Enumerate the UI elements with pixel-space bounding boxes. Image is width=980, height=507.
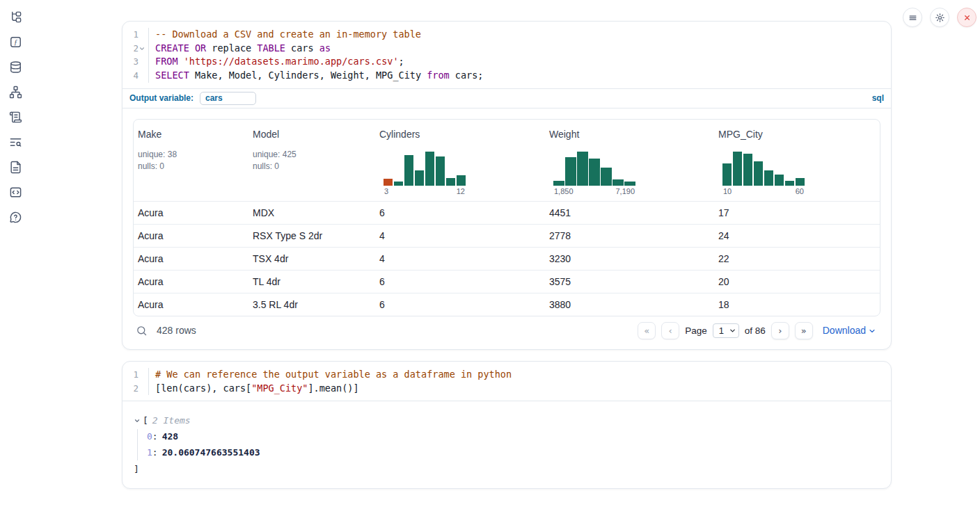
sql-code-editor[interactable]: 1-- Download a CSV and create an in-memo… <box>122 22 891 88</box>
line-gutter: 3 <box>122 55 149 69</box>
table-output-panel: Makeunique: 38nulls: 0Modelunique: 425nu… <box>122 108 891 349</box>
prev-page-button[interactable]: ‹ <box>661 322 679 339</box>
code-text: CREATE OR replace TABLE cars as <box>149 42 331 56</box>
table-cell: 4 <box>375 225 545 247</box>
column-header[interactable]: MPG_City1060 <box>714 120 880 201</box>
histogram-bar[interactable] <box>624 182 635 186</box>
histogram-bar[interactable] <box>415 170 424 186</box>
search-icon[interactable] <box>136 325 148 337</box>
histogram-bar[interactable] <box>743 154 752 186</box>
code-text: # We can reference the output variable a… <box>149 368 512 382</box>
column-header[interactable]: Makeunique: 38nulls: 0 <box>134 120 248 201</box>
column-header[interactable]: Modelunique: 425nulls: 0 <box>248 120 375 201</box>
documentation-icon[interactable] <box>8 160 23 174</box>
code-line: 1# We can reference the output variable … <box>122 368 891 382</box>
settings-button[interactable] <box>930 8 949 27</box>
table-cell: MDX <box>248 202 375 224</box>
table-row[interactable]: Acura3.5 RL 4dr6388018 <box>134 293 880 316</box>
download-button[interactable]: Download <box>823 325 876 336</box>
axis-max-label: 60 <box>796 187 804 195</box>
histogram-bar[interactable] <box>775 175 784 186</box>
histogram-bars <box>384 150 466 186</box>
histogram-bar[interactable] <box>446 178 455 186</box>
code-line: 2CREATE OR replace TABLE cars as <box>122 42 891 56</box>
histogram-bar[interactable] <box>404 155 413 186</box>
help-icon[interactable] <box>8 210 23 224</box>
notebook: 1-- Download a CSV and create an in-memo… <box>122 21 892 489</box>
code-text: [len(cars), cars["MPG_City"].mean()] <box>149 382 359 396</box>
close-icon <box>962 13 972 23</box>
axis-max-label: 7,190 <box>615 187 635 195</box>
tree-entry-key: 1 <box>147 447 152 458</box>
data-table: Makeunique: 38nulls: 0Modelunique: 425nu… <box>133 119 880 316</box>
page-select[interactable]: 1 <box>713 323 739 338</box>
helper-functions-icon[interactable]: ƒ <box>8 35 23 49</box>
histogram-bar[interactable] <box>436 156 445 186</box>
logs-icon[interactable] <box>8 135 23 149</box>
table-cell: 2778 <box>545 225 714 247</box>
python-code-editor[interactable]: 1# We can reference the output variable … <box>122 362 891 401</box>
line-number: 1 <box>133 28 139 42</box>
datasources-icon[interactable] <box>8 60 23 74</box>
table-cell: Acura <box>134 202 248 224</box>
table-row[interactable]: AcuraTL 4dr6357520 <box>134 270 880 293</box>
dependency-graph-icon[interactable] <box>8 85 23 99</box>
histogram-bar[interactable] <box>577 152 588 186</box>
histogram-bar[interactable] <box>457 175 466 186</box>
tree-entry[interactable]: 1:20.060747663551403 <box>147 445 880 461</box>
histogram-bar[interactable] <box>754 161 763 186</box>
tree-entry[interactable]: 0:428 <box>147 429 880 445</box>
histogram-bar[interactable] <box>553 181 564 186</box>
table-cell: 24 <box>714 225 880 247</box>
table-cell: 20 <box>714 271 880 293</box>
histogram-axis: 312 <box>384 187 466 195</box>
column-name: Cylinders <box>379 129 541 140</box>
histogram-bar[interactable] <box>601 168 612 186</box>
histogram-bar[interactable] <box>425 152 434 186</box>
table-row[interactable]: AcuraMDX6445117 <box>134 201 880 224</box>
tree-entry-colon: : <box>152 447 158 458</box>
histogram-bar[interactable] <box>394 182 403 186</box>
code-token: SELECT <box>155 70 189 81</box>
column-name: MPG_City <box>718 129 876 140</box>
fold-chevron-icon[interactable] <box>139 45 146 52</box>
table-cell: 3575 <box>545 271 714 293</box>
histogram-bar[interactable] <box>565 157 576 186</box>
histogram-bars <box>722 150 805 186</box>
scratchpad-icon[interactable] <box>8 110 23 124</box>
table-row[interactable]: AcuraTSX 4dr4323022 <box>134 247 880 270</box>
column-header[interactable]: Weight1,8507,190 <box>545 120 714 201</box>
histogram-bar[interactable] <box>722 163 732 186</box>
menu-button[interactable] <box>903 8 922 27</box>
last-page-button[interactable]: » <box>795 322 813 339</box>
column-name: Weight <box>549 129 710 140</box>
table-cell: 17 <box>714 202 880 224</box>
line-gutter: 2 <box>122 42 149 56</box>
output-variable-input[interactable] <box>200 92 256 105</box>
first-page-button[interactable]: « <box>638 322 656 339</box>
table-cell: 6 <box>375 271 545 293</box>
shutdown-button[interactable] <box>957 8 977 27</box>
histogram-bar[interactable] <box>612 179 624 186</box>
histogram-bar[interactable] <box>384 179 393 186</box>
tree-collapse-icon[interactable] <box>134 417 142 424</box>
next-page-button[interactable]: › <box>771 322 789 339</box>
histogram-bar[interactable] <box>796 178 805 186</box>
histogram-bar[interactable] <box>785 181 794 186</box>
column-header[interactable]: Cylinders312 <box>375 120 545 201</box>
histogram-bar[interactable] <box>733 152 742 186</box>
code-token: as <box>319 42 331 54</box>
code-token: FROM <box>155 56 178 67</box>
table-cell: Acura <box>134 271 248 293</box>
histogram-bar[interactable] <box>589 159 600 186</box>
table-row[interactable]: AcuraRSX Type S 2dr4277824 <box>134 224 880 247</box>
table-cell: 3880 <box>545 293 714 316</box>
line-number: 2 <box>133 42 139 56</box>
column-stats: unique: 425nulls: 0 <box>253 149 371 172</box>
file-explorer-icon[interactable] <box>8 10 23 24</box>
sql-cell: 1-- Download a CSV and create an in-memo… <box>122 21 892 350</box>
axis-max-label: 12 <box>457 187 465 195</box>
snippets-icon[interactable] <box>8 185 23 199</box>
histogram-bar[interactable] <box>764 170 773 186</box>
table-cell: TSX 4dr <box>248 248 375 270</box>
